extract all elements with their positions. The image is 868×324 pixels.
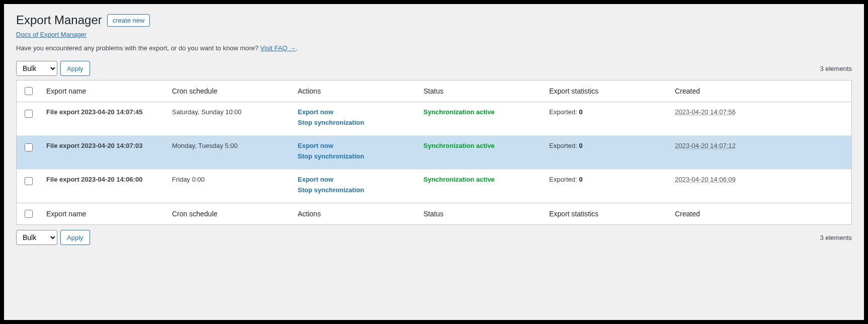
col-header-created[interactable]: Created: [669, 80, 852, 102]
bulk-action-select-bottom[interactable]: Bulk: [16, 230, 57, 245]
create-new-button[interactable]: create new: [107, 14, 150, 27]
table-row: File export 2023-04-20 14:07:03Monday, T…: [17, 136, 852, 170]
col-footer-name: Export name: [40, 203, 166, 225]
table-row: File export 2023-04-20 14:06:00Friday 0:…: [17, 170, 852, 203]
cron-schedule: Friday 0:00: [166, 170, 292, 203]
help-text-content: Have you encountered any problems with t…: [16, 44, 261, 52]
created-timestamp: 2023-04-20 14:06:09: [675, 176, 736, 183]
row-checkbox[interactable]: [25, 110, 33, 118]
col-footer-created: Created: [669, 203, 852, 225]
select-all-checkbox-bottom[interactable]: [25, 210, 33, 218]
page-title: Export Manager: [16, 13, 102, 27]
export-now-link[interactable]: Export now: [298, 108, 411, 116]
col-header-status[interactable]: Status: [417, 80, 543, 102]
col-footer-status: Status: [417, 203, 543, 225]
col-header-name[interactable]: Export name: [40, 80, 166, 102]
help-text: Have you encountered any problems with t…: [16, 44, 852, 52]
col-footer-stats: Export statistics: [543, 203, 669, 225]
row-checkbox[interactable]: [25, 177, 33, 185]
docs-link[interactable]: Docs of Export Manager: [16, 31, 86, 38]
col-header-cron[interactable]: Cron schedule: [166, 80, 292, 102]
apply-bulk-button-bottom[interactable]: Apply: [60, 230, 90, 245]
status-badge: Synchronization active: [423, 142, 495, 149]
faq-link[interactable]: Visit FAQ →: [261, 44, 296, 52]
exports-table: Export name Cron schedule Actions Status…: [16, 80, 852, 225]
status-badge: Synchronization active: [423, 176, 495, 183]
status-badge: Synchronization active: [423, 108, 495, 116]
export-statistics: Exported: 0: [543, 102, 669, 136]
cron-schedule: Monday, Tuesday 5:00: [166, 136, 292, 170]
element-count-bottom: 3 elements: [820, 234, 852, 241]
export-name: File export 2023-04-20 14:07:45: [40, 102, 166, 136]
export-statistics: Exported: 0: [543, 136, 669, 170]
select-all-checkbox-top[interactable]: [25, 87, 33, 95]
col-header-stats[interactable]: Export statistics: [543, 80, 669, 102]
stop-sync-link[interactable]: Stop synchronization: [298, 152, 411, 160]
stop-sync-link[interactable]: Stop synchronization: [298, 119, 411, 126]
col-footer-cron: Cron schedule: [166, 203, 292, 225]
export-statistics: Exported: 0: [543, 170, 669, 203]
row-checkbox[interactable]: [25, 143, 33, 151]
export-now-link[interactable]: Export now: [298, 142, 411, 149]
bulk-action-select-top[interactable]: Bulk: [16, 61, 57, 76]
table-row: File export 2023-04-20 14:07:45Saturday,…: [17, 102, 852, 136]
col-header-actions[interactable]: Actions: [292, 80, 417, 102]
col-footer-actions: Actions: [292, 203, 417, 225]
export-name: File export 2023-04-20 14:06:00: [40, 170, 166, 203]
element-count-top: 3 elements: [820, 65, 852, 72]
created-timestamp: 2023-04-20 14:07:12: [675, 142, 736, 149]
export-now-link[interactable]: Export now: [298, 176, 411, 183]
stop-sync-link[interactable]: Stop synchronization: [298, 186, 411, 194]
cron-schedule: Saturday, Sunday 10:00: [166, 102, 292, 136]
export-name: File export 2023-04-20 14:07:03: [40, 136, 166, 170]
apply-bulk-button-top[interactable]: Apply: [60, 61, 90, 76]
created-timestamp: 2023-04-20 14:07:56: [675, 108, 736, 116]
